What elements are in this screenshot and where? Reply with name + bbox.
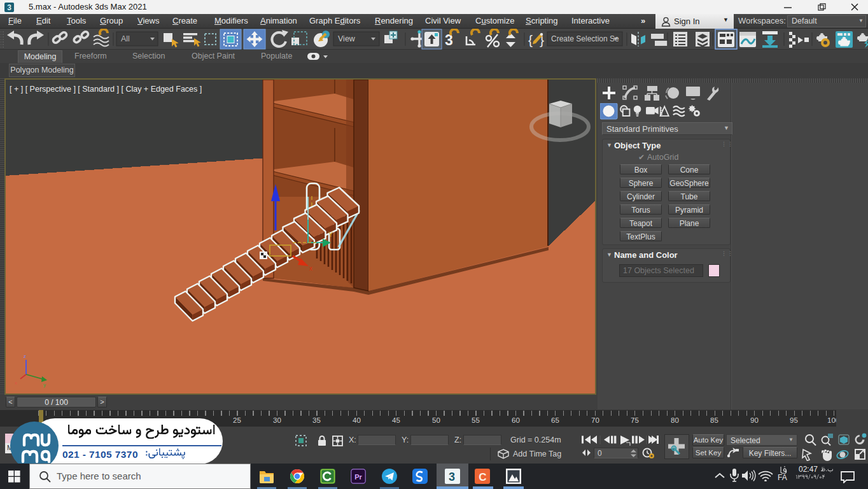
svg-text:Pr: Pr <box>354 473 362 481</box>
svg-text:All: All <box>121 34 130 43</box>
svg-text:y: y <box>43 382 46 388</box>
svg-text:{: { <box>528 32 533 47</box>
svg-text:[ + ] [ Perspective ] [ Standa: [ + ] [ Perspective ] [ Standard ] [ Cla… <box>10 85 202 94</box>
svg-text:x: x <box>15 380 17 386</box>
svg-text:Create Selection Se: Create Selection Se <box>551 34 619 43</box>
svg-text:z: z <box>24 353 26 359</box>
svg-text:C: C <box>479 471 486 483</box>
svg-text:Y: Y <box>328 230 333 238</box>
svg-text:3: 3 <box>449 471 455 483</box>
svg-text:View: View <box>338 34 356 43</box>
svg-text:3: 3 <box>7 3 11 12</box>
svg-text:x: x <box>309 265 312 272</box>
